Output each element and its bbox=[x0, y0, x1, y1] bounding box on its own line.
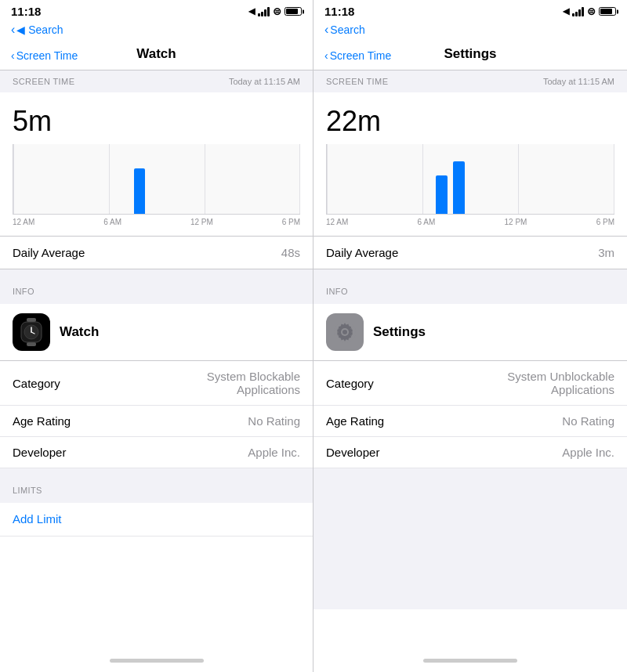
back-chevron-right: ‹ bbox=[324, 23, 328, 37]
svg-rect-1 bbox=[27, 342, 36, 346]
chart-bar-left bbox=[134, 168, 146, 214]
status-icons-right: ◀ ⊜ bbox=[563, 5, 616, 17]
category-label-right: Category bbox=[326, 377, 374, 390]
add-limit-text: Add Limit bbox=[13, 512, 62, 526]
nav-back-chevron-left: ‹ bbox=[11, 49, 15, 62]
home-indicator-right bbox=[314, 652, 627, 672]
screen-time-value-left: Today at 11:15 AM bbox=[229, 77, 300, 86]
screen-time-back-right[interactable]: ‹ Screen Time bbox=[324, 49, 391, 62]
main-content-left: 5m 12 AM 6 AM 12 PM 6 PM Daily bbox=[0, 92, 313, 652]
category-value-right: System Unblockable Applications bbox=[458, 370, 614, 396]
chart-area-left bbox=[13, 144, 300, 215]
usage-time-right: 22m bbox=[326, 105, 614, 138]
location-icon-right: ◀ bbox=[563, 6, 569, 16]
right-phone-panel: 11:18 ◀ ⊜ ‹ Search ‹ Screen Time Setting… bbox=[314, 0, 627, 672]
usage-section-left: 5m 12 AM 6 AM 12 PM 6 PM bbox=[0, 92, 313, 237]
back-label-right: Search bbox=[330, 23, 364, 36]
daily-avg-label-left: Daily Average bbox=[13, 246, 85, 259]
app-info-row-left: Watch bbox=[0, 304, 313, 361]
back-chevron-left: ‹ bbox=[11, 23, 15, 37]
daily-avg-label-right: Daily Average bbox=[326, 246, 398, 259]
daily-avg-value-right: 3m bbox=[598, 246, 614, 259]
watch-app-icon bbox=[13, 313, 50, 351]
status-bar-right: 11:18 ◀ ⊜ bbox=[314, 0, 627, 21]
main-content-right: 22m 12 AM 6 AM 12 PM 6 PM bbox=[314, 92, 627, 652]
developer-label-right: Developer bbox=[326, 446, 379, 459]
svg-rect-0 bbox=[27, 318, 36, 322]
developer-value-right: Apple Inc. bbox=[562, 446, 614, 459]
back-label-left: ◀ Search bbox=[16, 23, 63, 36]
screen-time-row-right: SCREEN TIME Today at 11:15 AM bbox=[314, 70, 627, 92]
screen-time-label-left: SCREEN TIME bbox=[13, 77, 74, 86]
battery-icon-left bbox=[285, 7, 302, 16]
watch-icon-svg bbox=[20, 318, 43, 346]
status-icons-left: ◀ ⊜ bbox=[248, 5, 302, 17]
screen-time-label-right: SCREEN TIME bbox=[326, 77, 388, 86]
nav-title-right: Settings bbox=[444, 46, 496, 61]
age-row-left: Age Rating No Rating bbox=[0, 406, 313, 437]
watch-app-name: Watch bbox=[60, 324, 99, 340]
nav-bar-left: ‹ Screen Time Watch bbox=[0, 42, 313, 70]
usage-time-left: 5m bbox=[13, 105, 300, 138]
chart-area-right bbox=[326, 144, 614, 215]
settings-app-icon bbox=[326, 313, 364, 351]
battery-icon-right bbox=[599, 7, 616, 16]
info-label-left: INFO bbox=[13, 287, 34, 296]
left-phone-panel: 11:18 ◀ ⊜ ‹ ◀ Search ‹ Screen Ti bbox=[0, 0, 314, 672]
age-value-right: No Rating bbox=[562, 414, 614, 428]
svg-point-9 bbox=[342, 330, 347, 334]
nav-back-text-left: Screen Time bbox=[16, 49, 78, 62]
settings-icon-svg bbox=[332, 320, 357, 345]
age-label-right: Age Rating bbox=[326, 414, 384, 428]
back-nav-right[interactable]: ‹ Search bbox=[314, 21, 627, 42]
age-row-right: Age Rating No Rating bbox=[314, 406, 627, 437]
wifi-icon-left: ⊜ bbox=[273, 5, 281, 17]
category-value-left: System Blockable Applications bbox=[143, 370, 300, 396]
screen-time-row-left: SCREEN TIME Today at 11:15 AM bbox=[0, 70, 313, 92]
screen-time-back-left[interactable]: ‹ Screen Time bbox=[11, 49, 78, 62]
nav-bar-right: ‹ Screen Time Settings bbox=[314, 42, 627, 70]
info-section-header-left: INFO bbox=[0, 269, 313, 304]
age-value-left: No Rating bbox=[248, 414, 300, 428]
daily-avg-row-right: Daily Average 3m bbox=[314, 237, 627, 269]
usage-section-right: 22m 12 AM 6 AM 12 PM 6 PM bbox=[314, 92, 627, 237]
screen-time-value-right: Today at 11:15 AM bbox=[543, 77, 614, 86]
back-nav-left[interactable]: ‹ ◀ Search bbox=[0, 21, 313, 42]
wifi-icon-right: ⊜ bbox=[587, 5, 596, 17]
age-label-left: Age Rating bbox=[13, 414, 71, 428]
developer-label-left: Developer bbox=[13, 446, 66, 459]
daily-avg-value-left: 48s bbox=[281, 246, 300, 259]
limits-label-left: LIMITS bbox=[13, 486, 42, 495]
location-icon-left: ◀ bbox=[248, 6, 255, 16]
settings-app-name: Settings bbox=[373, 324, 426, 340]
limits-section-left: LIMITS bbox=[0, 468, 313, 503]
app-info-row-right: Settings bbox=[314, 304, 627, 361]
nav-title-left: Watch bbox=[136, 46, 176, 61]
developer-row-right: Developer Apple Inc. bbox=[314, 437, 627, 468]
status-time-right: 11:18 bbox=[324, 5, 354, 18]
empty-space-right bbox=[314, 468, 627, 609]
nav-back-chevron-right: ‹ bbox=[324, 49, 328, 62]
category-row-right: Category System Unblockable Applications bbox=[314, 361, 627, 406]
home-indicator-left bbox=[0, 652, 313, 672]
signal-bars-right bbox=[572, 7, 584, 16]
nav-back-text-right: Screen Time bbox=[330, 49, 392, 62]
chart-labels-right: 12 AM 6 AM 12 PM 6 PM bbox=[326, 218, 614, 226]
developer-value-left: Apple Inc. bbox=[248, 446, 300, 459]
chart-bar-right-1 bbox=[436, 175, 448, 214]
category-row-left: Category System Blockable Applications bbox=[0, 361, 313, 406]
signal-bars-left bbox=[258, 7, 270, 16]
status-bar-left: 11:18 ◀ ⊜ bbox=[0, 0, 313, 21]
chart-labels-left: 12 AM 6 AM 12 PM 6 PM bbox=[13, 218, 300, 226]
developer-row-left: Developer Apple Inc. bbox=[0, 437, 313, 468]
empty-space-left bbox=[0, 537, 313, 599]
category-label-left: Category bbox=[13, 377, 60, 390]
chart-bar-right-2 bbox=[453, 161, 465, 214]
add-limit-row[interactable]: Add Limit bbox=[0, 503, 313, 537]
info-label-right: INFO bbox=[326, 287, 348, 296]
info-section-header-right: INFO bbox=[314, 269, 627, 304]
status-time-left: 11:18 bbox=[11, 5, 41, 18]
daily-avg-row-left: Daily Average 48s bbox=[0, 237, 313, 269]
